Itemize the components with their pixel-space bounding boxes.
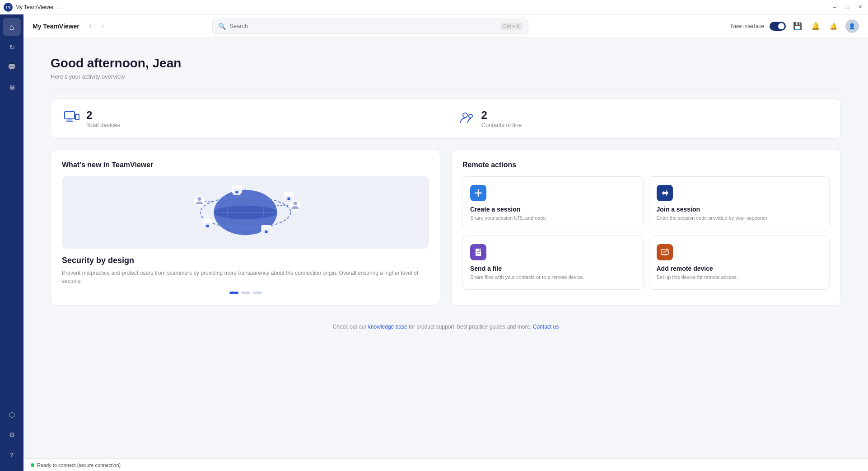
add-remote-title: Add remote device	[657, 265, 822, 272]
close-button[interactable]: ✕	[855, 3, 864, 12]
page-header: Good afternoon, Jean Here's your activit…	[51, 56, 841, 80]
status-indicator	[31, 463, 34, 467]
nav-forward-button[interactable]: ›	[98, 21, 108, 32]
contact-us-link[interactable]: Contact us	[533, 324, 559, 330]
svg-rect-20	[206, 225, 209, 227]
join-session-icon	[657, 185, 673, 201]
join-session-desc: Enter the session code provided by your …	[657, 215, 822, 221]
devices-info: 2 Total devices	[86, 109, 120, 128]
svg-rect-0	[65, 112, 75, 119]
sidebar-item-chat[interactable]: 💬	[3, 58, 21, 76]
nav-arrows: ‹ ›	[85, 21, 108, 32]
settings-icon: ⚙	[9, 431, 15, 439]
svg-point-27	[294, 202, 297, 205]
footer-bar: Check out our knowledge base for product…	[51, 316, 841, 337]
svg-rect-41	[663, 251, 666, 253]
topbar-right: New interface 💾 🔔 🔔 👤	[731, 19, 859, 33]
remote-icon: ↻	[9, 43, 15, 52]
devices-count: 2	[86, 109, 120, 122]
avatar[interactable]: 👤	[845, 19, 859, 33]
contacts-label: Contacts online	[481, 122, 522, 128]
app-logo: TV My TeamViewer | ...	[4, 3, 63, 12]
tv-logo-icon: TV	[4, 3, 13, 12]
devices-icon	[64, 109, 80, 128]
action-send-file[interactable]: Send a file Share files with your contac…	[462, 236, 644, 289]
send-file-desc: Share files with your contacts or to a r…	[470, 274, 636, 281]
sidebar-item-monitor[interactable]: 🖥	[3, 78, 21, 96]
status-text: Ready to connect (secure connection)	[37, 462, 121, 468]
home-icon: ⌂	[9, 23, 14, 32]
status-bar: Ready to connect (secure connection)	[23, 458, 868, 471]
window-controls: ─ □ ✕	[830, 3, 864, 12]
svg-point-5	[463, 113, 467, 118]
illustration-area	[62, 176, 429, 249]
window-title: My TeamViewer	[15, 4, 54, 10]
create-session-icon	[470, 185, 486, 201]
slide-desc: Prevent malpractice and protect users fr…	[62, 269, 429, 285]
action-join-session[interactable]: Join a session Enter the session code pr…	[649, 176, 830, 230]
contacts-icon	[459, 110, 475, 128]
notification-icon[interactable]: 🔔	[809, 20, 822, 33]
chat-icon: 💬	[8, 63, 16, 71]
action-create-session[interactable]: Create a session Share your session URL …	[462, 176, 644, 230]
svg-rect-23	[265, 231, 268, 233]
maximize-button[interactable]: □	[843, 3, 852, 12]
header-divider	[51, 89, 841, 89]
nav-back-button[interactable]: ‹	[85, 21, 96, 32]
stat-contacts: 2 Contacts online	[446, 99, 841, 138]
connections-icon: ⬡	[9, 411, 15, 419]
contacts-info: 2 Contacts online	[481, 109, 522, 128]
page-greeting: Good afternoon, Jean	[51, 56, 841, 71]
dot-3[interactable]	[253, 292, 262, 294]
join-session-title: Join a session	[657, 206, 822, 213]
remote-actions-title: Remote actions	[462, 161, 830, 169]
chevron-left-icon: ‹	[89, 23, 91, 29]
minimize-button[interactable]: ─	[830, 3, 839, 12]
stat-devices: 2 Total devices	[51, 99, 446, 138]
svg-rect-17	[288, 198, 290, 200]
sidebar-item-settings[interactable]: ⚙	[3, 426, 21, 444]
new-interface-label: New interface	[731, 23, 764, 29]
remote-actions-card: Remote actions Create a session S	[451, 150, 841, 306]
content-area: My TeamViewer ‹ › 🔍 Ctrl + K New interfa…	[23, 14, 868, 471]
devices-label: Total devices	[86, 122, 120, 128]
alert-icon[interactable]: 🔔	[827, 20, 840, 33]
search-input[interactable]	[229, 23, 497, 29]
sidebar-item-remote[interactable]: ↻	[3, 38, 21, 56]
add-remote-desc: Set up this device for remote access.	[657, 274, 822, 281]
search-shortcut: Ctrl + K	[500, 23, 523, 30]
cards-row: What's new in TeamViewer	[51, 150, 841, 306]
sidebar-item-help[interactable]: ?	[3, 446, 21, 464]
create-session-desc: Share your session URL and code.	[470, 215, 636, 221]
sidebar-item-home[interactable]: ⌂	[3, 18, 21, 36]
dot-2[interactable]	[241, 292, 250, 294]
help-icon: ?	[10, 452, 14, 458]
footer-text-middle: for product support, best practice guide…	[409, 324, 533, 330]
send-file-title: Send a file	[470, 265, 636, 272]
create-session-title: Create a session	[470, 206, 636, 213]
save-icon[interactable]: 💾	[791, 20, 804, 33]
dot-1[interactable]	[229, 292, 238, 294]
knowledge-base-link[interactable]: knowledge base	[368, 324, 407, 330]
slide-title: Security by design	[62, 256, 429, 265]
carousel-dots	[62, 292, 429, 294]
security-illustration	[62, 176, 429, 249]
page-breadcrumb: My TeamViewer	[33, 23, 79, 30]
main-content: Good afternoon, Jean Here's your activit…	[23, 38, 868, 458]
window-extra: | ...	[56, 5, 63, 10]
svg-rect-14	[236, 191, 238, 193]
search-bar[interactable]: 🔍 Ctrl + K	[212, 19, 528, 34]
sidebar-bottom: ⬡ ⚙ ?	[3, 406, 21, 467]
svg-rect-37	[663, 254, 667, 255]
svg-point-6	[469, 114, 472, 118]
sidebar: ⌂ ↻ 💬 🖥 ⬡ ⚙ ?	[0, 14, 23, 471]
action-add-remote[interactable]: Add remote device Set up this device for…	[649, 236, 830, 289]
svg-rect-2	[66, 121, 73, 122]
app-layout: ⌂ ↻ 💬 🖥 ⬡ ⚙ ? My TeamViewer	[0, 14, 868, 471]
new-interface-toggle[interactable]	[770, 22, 786, 31]
stats-row: 2 Total devices 2	[51, 99, 841, 139]
sidebar-item-connections[interactable]: ⬡	[3, 406, 21, 424]
whats-new-card: What's new in TeamViewer	[51, 150, 440, 306]
search-icon: 🔍	[218, 23, 226, 30]
titlebar: TV My TeamViewer | ... ─ □ ✕	[0, 0, 868, 14]
